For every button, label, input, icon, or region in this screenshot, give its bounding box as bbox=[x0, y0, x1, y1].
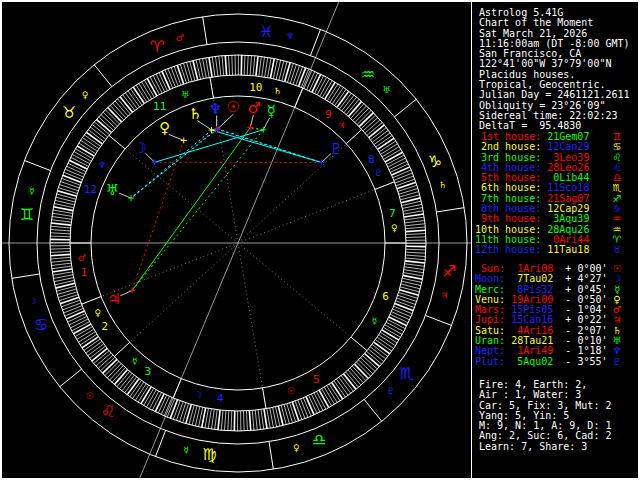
degree-tick bbox=[50, 233, 70, 234]
sign-ruler-icon: ☉ bbox=[86, 391, 94, 401]
degree-tick bbox=[292, 402, 298, 421]
degree-tick bbox=[171, 67, 178, 86]
degree-tick bbox=[187, 62, 192, 81]
degree-tick bbox=[50, 229, 70, 230]
house-ruler-icon: ♀ bbox=[391, 223, 398, 233]
degree-tick bbox=[397, 298, 416, 305]
degree-tick bbox=[403, 208, 423, 212]
house-number: 11 bbox=[153, 100, 166, 113]
zodiac-sign-glyph: ♌ bbox=[101, 402, 115, 421]
sign-divider bbox=[203, 17, 207, 45]
sign-ruler-icon: ♀ bbox=[82, 90, 89, 100]
degree-tick bbox=[406, 234, 426, 235]
degree-tick bbox=[215, 56, 217, 76]
sign-ruler-icon: ♇ bbox=[387, 386, 395, 396]
degree-tick bbox=[52, 213, 72, 216]
chart-info-header: Astrolog 5.41G Chart of the Moment Sat M… bbox=[479, 8, 637, 132]
planet-pointer-line bbox=[119, 193, 131, 198]
sign-divider bbox=[425, 315, 451, 325]
zodiac-sign-glyph: ♒ bbox=[361, 65, 375, 84]
house-cusp-line bbox=[238, 243, 367, 351]
house-number: 4 bbox=[217, 392, 224, 405]
sign-ruler-icon: ♆ bbox=[286, 31, 294, 41]
house-number: 12 bbox=[84, 183, 97, 196]
degree-tick bbox=[57, 289, 76, 294]
degree-tick bbox=[391, 312, 409, 320]
degree-tick bbox=[249, 411, 250, 431]
zodiac-sign-glyph: ♍ bbox=[203, 445, 217, 464]
sign-divider bbox=[60, 369, 82, 387]
degree-tick bbox=[225, 55, 226, 75]
house-cusp-table: 1st house: 21Gem07♊ 2nd house: 12Can29♋ … bbox=[475, 132, 637, 256]
degree-tick bbox=[66, 311, 84, 319]
degree-tick bbox=[258, 410, 260, 430]
degree-tick bbox=[57, 191, 76, 197]
zodiac-sign-glyph: ♓ bbox=[259, 22, 273, 41]
degree-tick bbox=[284, 405, 289, 424]
degree-tick bbox=[66, 166, 84, 174]
astrolog-window: ♈♂♉♀♊☿♋☽♌☉♍☿♎♀♏♇♐♃♑♄♒♅♓♆1♂2♀3☿4☽5☉6☿7♀8♇… bbox=[0, 0, 640, 480]
degree-tick bbox=[176, 402, 183, 421]
sign-ruler-icon: ♄ bbox=[439, 180, 447, 190]
degree-tick bbox=[177, 65, 183, 84]
degree-tick bbox=[405, 224, 425, 226]
planet-glyph: ☽ bbox=[134, 139, 147, 157]
degree-tick bbox=[60, 297, 79, 303]
sign-ruler-icon: ♀ bbox=[293, 443, 300, 453]
zodiac-sign-glyph: ♋ bbox=[34, 315, 48, 334]
planet-position-table: Sun: 1Ari08 + 0°00'☉Moon: 7Tau02 + 4°27'… bbox=[475, 264, 637, 367]
sign-ruler-icon: ♅ bbox=[382, 85, 390, 95]
degree-tick bbox=[183, 63, 189, 82]
degree-tick bbox=[404, 267, 424, 270]
aspect-line bbox=[155, 130, 264, 162]
degree-tick bbox=[53, 275, 73, 279]
degree-tick bbox=[61, 300, 80, 307]
degree-tick bbox=[256, 56, 258, 76]
sign-ruler-icon: ☿ bbox=[29, 186, 35, 196]
degree-tick bbox=[252, 410, 254, 430]
degree-tick bbox=[259, 56, 261, 76]
planet-pointer-line bbox=[169, 134, 184, 140]
zodiac-sign-glyph: ♐ bbox=[442, 262, 456, 281]
planet-glyph: ♀ bbox=[159, 119, 170, 137]
degree-tick bbox=[290, 403, 296, 422]
house-divider bbox=[295, 88, 303, 107]
house-ruler-icon: ☉ bbox=[287, 386, 295, 396]
sign-divider bbox=[394, 99, 416, 117]
house-cusp-line bbox=[238, 243, 266, 409]
degree-tick bbox=[51, 263, 71, 265]
degree-tick bbox=[244, 55, 245, 75]
degree-tick bbox=[405, 220, 425, 222]
house-ruler-icon: ☿ bbox=[371, 316, 377, 326]
degree-tick bbox=[392, 167, 410, 175]
house-label: 12th house: bbox=[475, 244, 541, 255]
degree-tick bbox=[400, 192, 419, 197]
degree-tick bbox=[405, 227, 425, 229]
degree-tick bbox=[270, 408, 274, 428]
degree-tick bbox=[50, 249, 70, 250]
house-divider bbox=[173, 379, 181, 398]
degree-tick bbox=[231, 411, 232, 431]
house-number: 3 bbox=[144, 365, 151, 378]
house-divider bbox=[109, 135, 125, 148]
degree-tick bbox=[52, 216, 72, 219]
degree-tick bbox=[218, 410, 220, 430]
degree-tick bbox=[59, 185, 78, 191]
degree-tick bbox=[306, 397, 314, 415]
sign-divider bbox=[437, 208, 465, 212]
aspect-line bbox=[132, 140, 184, 290]
degree-tick bbox=[50, 236, 70, 237]
house-divider bbox=[351, 337, 367, 350]
degree-tick bbox=[186, 404, 192, 423]
house-number: 6 bbox=[382, 290, 389, 303]
degree-tick bbox=[304, 70, 312, 88]
degree-tick bbox=[247, 55, 248, 75]
zodiac-sign-glyph: ♈ bbox=[150, 37, 164, 56]
degree-tick bbox=[63, 175, 82, 182]
degree-tick bbox=[261, 409, 264, 429]
degree-tick bbox=[405, 258, 425, 260]
house-number: 2 bbox=[101, 320, 108, 333]
degree-tick bbox=[209, 57, 212, 77]
zodiac-sign-glyph: ♎ bbox=[312, 430, 326, 449]
planet-icon: ♇ bbox=[609, 357, 625, 367]
